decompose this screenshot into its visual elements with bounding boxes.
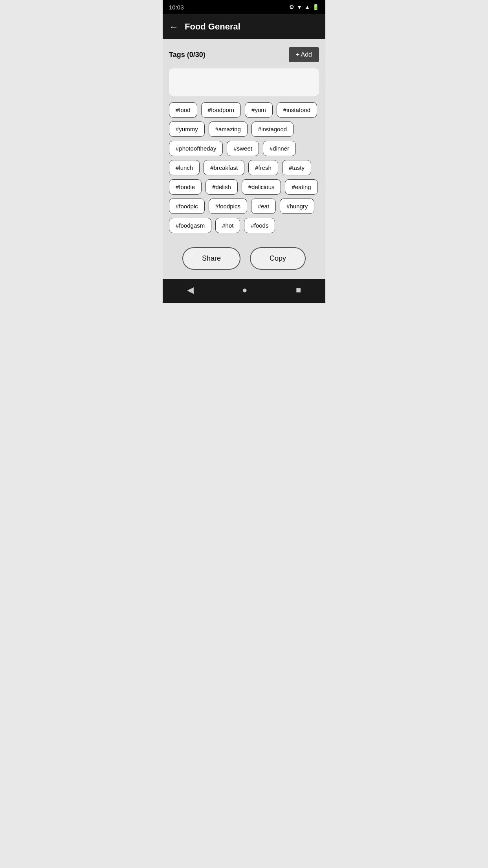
tag-chip[interactable]: #hot	[215, 218, 240, 233]
nav-back-icon[interactable]: ◀	[187, 285, 194, 295]
tag-chip[interactable]: #fresh	[248, 160, 278, 175]
tag-chip[interactable]: #lunch	[169, 160, 200, 175]
tag-chip[interactable]: #foodpic	[169, 199, 205, 214]
settings-icon: ⚙	[289, 4, 294, 10]
tag-chip[interactable]: #instafood	[277, 102, 317, 118]
tag-chip[interactable]: #foods	[244, 218, 275, 233]
app-header: ← Food General	[163, 14, 325, 39]
tag-chip[interactable]: #breakfast	[204, 160, 244, 175]
nav-recent-icon[interactable]: ■	[296, 285, 301, 295]
tag-chip[interactable]: #eat	[251, 199, 276, 214]
action-buttons: Share Copy	[163, 241, 325, 279]
status-icons: ⚙ ▼ ▲ 🔋	[289, 4, 319, 10]
tag-chip[interactable]: #food	[169, 102, 197, 118]
page-title: Food General	[185, 22, 240, 32]
tag-chip[interactable]: #yummy	[169, 121, 205, 137]
battery-icon: 🔋	[312, 4, 319, 10]
tag-chip[interactable]: #tasty	[282, 160, 311, 175]
tag-chip[interactable]: #foodgasm	[169, 218, 211, 233]
copy-button[interactable]: Copy	[250, 247, 306, 270]
wifi-icon: ▼	[297, 4, 302, 10]
tags-container: #food#foodporn#yum#instafood#yummy#amazi…	[169, 102, 319, 233]
tag-chip[interactable]: #foodie	[169, 179, 202, 195]
tag-chip[interactable]: #sweet	[227, 141, 259, 156]
status-bar: 10:03 ⚙ ▼ ▲ 🔋	[163, 0, 325, 14]
signal-icon: ▲	[305, 4, 310, 10]
tag-chip[interactable]: #delicious	[242, 179, 281, 195]
back-button[interactable]: ←	[169, 21, 178, 32]
tag-chip[interactable]: #instagood	[251, 121, 294, 137]
tag-chip[interactable]: #dinner	[263, 141, 296, 156]
tags-label: Tags (0/30)	[169, 51, 205, 59]
tag-chip[interactable]: #photooftheday	[169, 141, 223, 156]
tag-chip[interactable]: #foodporn	[201, 102, 241, 118]
tags-header: Tags (0/30) + Add	[169, 47, 319, 62]
hashtag-textarea[interactable]	[169, 68, 319, 96]
tag-chip[interactable]: #delish	[205, 179, 238, 195]
tag-chip[interactable]: #hungry	[280, 199, 314, 214]
add-button[interactable]: + Add	[289, 47, 319, 62]
main-content: Tags (0/30) + Add #food#foodporn#yum#ins…	[163, 39, 325, 241]
tag-chip[interactable]: #eating	[285, 179, 317, 195]
nav-bar: ◀ ● ■	[163, 279, 325, 303]
tag-chip[interactable]: #yum	[245, 102, 273, 118]
tag-chip[interactable]: #foodpics	[209, 199, 247, 214]
share-button[interactable]: Share	[182, 247, 240, 270]
nav-home-icon[interactable]: ●	[242, 285, 247, 295]
tag-chip[interactable]: #amazing	[209, 121, 248, 137]
status-time: 10:03	[169, 4, 184, 11]
